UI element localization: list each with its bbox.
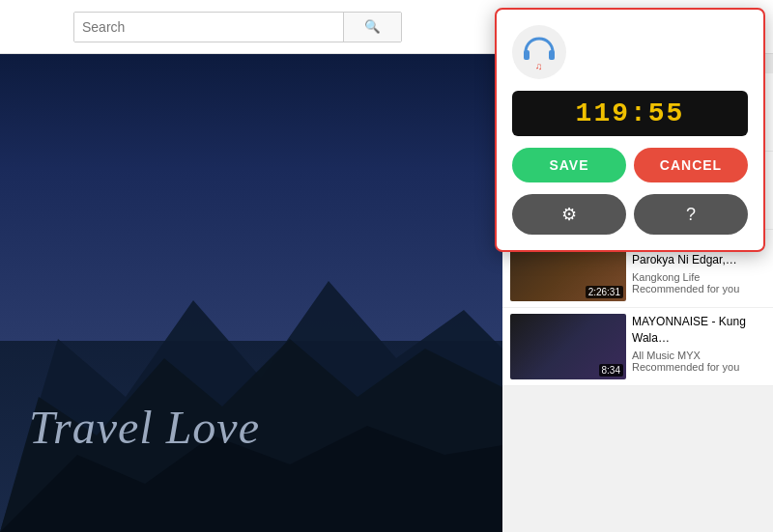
svg-text:♫: ♫ bbox=[535, 61, 543, 71]
settings-icon: ⚙ bbox=[561, 204, 577, 225]
svg-rect-4 bbox=[524, 50, 530, 60]
video-item-3[interactable]: 8:34 MAYONNAISE - Kung Wala Ka/Sana/Mund… bbox=[502, 308, 773, 386]
help-icon: ? bbox=[686, 205, 696, 225]
popup-box: ♫ 119:55 SAVE CANCEL ⚙ ? bbox=[495, 8, 765, 252]
video-views: Recommended for you bbox=[632, 283, 765, 294]
search-input[interactable] bbox=[74, 13, 343, 42]
video-title: MAYONNAISE - Kung Wala Ka/Sana/Mundo/Jop… bbox=[632, 314, 765, 347]
popup-logo: ♫ bbox=[512, 25, 566, 79]
video-channel: All Music MYX bbox=[632, 350, 765, 361]
video-views: Recommended for you bbox=[632, 361, 765, 373]
mountain-svg bbox=[0, 204, 502, 532]
hero-area: Travel Love bbox=[0, 54, 502, 532]
video-channel: Kangkong Life bbox=[632, 271, 765, 283]
video-info: MAYONNAISE - Kung Wala Ka/Sana/Mundo/Jop… bbox=[626, 314, 765, 379]
action-buttons: SAVE CANCEL bbox=[512, 148, 748, 182]
popup-overlay: ♫ 119:55 SAVE CANCEL ⚙ ? bbox=[495, 8, 765, 252]
search-bar: 🔍 bbox=[73, 12, 402, 42]
hero-title: Travel Love bbox=[29, 398, 260, 455]
save-button[interactable]: SAVE bbox=[512, 148, 626, 182]
timer-display: 119:55 bbox=[512, 91, 748, 136]
app-icon: ♫ bbox=[512, 25, 566, 79]
cancel-button[interactable]: CANCEL bbox=[634, 148, 748, 182]
search-icon: 🔍 bbox=[364, 19, 381, 34]
popup-header: ♫ bbox=[512, 25, 748, 79]
utility-buttons: ⚙ ? bbox=[512, 194, 748, 235]
help-button[interactable]: ? bbox=[634, 194, 748, 235]
video-thumbnail: 8:34 bbox=[510, 314, 626, 379]
settings-button[interactable]: ⚙ bbox=[512, 194, 626, 235]
search-button[interactable]: 🔍 bbox=[343, 13, 401, 42]
svg-rect-5 bbox=[549, 50, 555, 60]
